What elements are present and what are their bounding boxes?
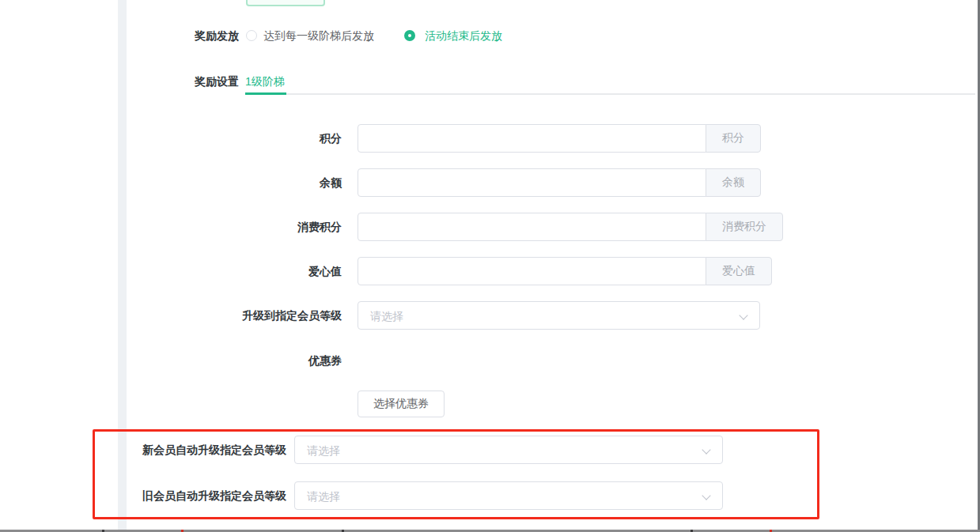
- radio-issue-per-tier-label[interactable]: 达到每一级阶梯后发放: [263, 29, 374, 42]
- new-member-upgrade-select[interactable]: 请选择: [294, 436, 723, 464]
- coupon-label: 优惠券: [0, 354, 342, 367]
- chevron-down-icon: [702, 491, 710, 500]
- partial-button-top[interactable]: [246, 0, 325, 6]
- upgrade-level-placeholder: 请选择: [370, 309, 403, 323]
- points-input-append: 积分: [706, 124, 761, 153]
- reward-settings-form-page: 奖励发放 达到每一级阶梯后发放 活动结束后发放 奖励设置 1级阶梯 积分 积分 …: [0, 0, 980, 532]
- balance-input-append: 余额: [706, 168, 761, 197]
- love-value-input-group: 爱心值: [358, 257, 772, 285]
- reward-issue-label: 奖励发放: [0, 29, 239, 42]
- love-value-input[interactable]: [358, 257, 706, 285]
- upgrade-level-label: 升级到指定会员等级: [0, 309, 342, 322]
- consume-points-input-group: 消费积分: [358, 213, 783, 241]
- upgrade-level-select[interactable]: 请选择: [358, 301, 760, 330]
- consume-points-label: 消费积分: [0, 221, 342, 233]
- radio-issue-per-tier[interactable]: [246, 30, 257, 41]
- radio-issue-after-activity[interactable]: [404, 30, 415, 41]
- select-coupon-button[interactable]: 选择优惠券: [358, 391, 445, 417]
- tab-active-indicator: [245, 92, 286, 95]
- reward-settings-label: 奖励设置: [0, 75, 239, 88]
- tab-bar-divider: [245, 93, 975, 95]
- consume-points-input-append: 消费积分: [706, 213, 783, 241]
- love-value-input-append: 爱心值: [706, 257, 772, 285]
- tab-tier-1[interactable]: 1级阶梯: [245, 75, 285, 88]
- balance-input[interactable]: [358, 168, 706, 197]
- consume-points-input[interactable]: [358, 213, 706, 241]
- radio-issue-after-activity-label[interactable]: 活动结束后发放: [425, 29, 502, 42]
- points-input-group: 积分: [358, 124, 761, 153]
- chevron-down-icon: [702, 445, 710, 454]
- balance-label: 余额: [0, 176, 342, 189]
- old-member-upgrade-placeholder: 请选择: [307, 489, 340, 504]
- points-label: 积分: [0, 132, 342, 145]
- old-member-upgrade-label: 旧会员自动升级指定会员等级: [0, 489, 286, 502]
- balance-input-group: 余额: [358, 168, 761, 197]
- love-value-label: 爱心值: [0, 265, 342, 277]
- chevron-down-icon: [739, 311, 747, 319]
- new-member-upgrade-placeholder: 请选择: [307, 443, 340, 458]
- points-input[interactable]: [358, 124, 706, 153]
- new-member-upgrade-label: 新会员自动升级指定会员等级: [0, 443, 286, 456]
- old-member-upgrade-select[interactable]: 请选择: [294, 481, 723, 510]
